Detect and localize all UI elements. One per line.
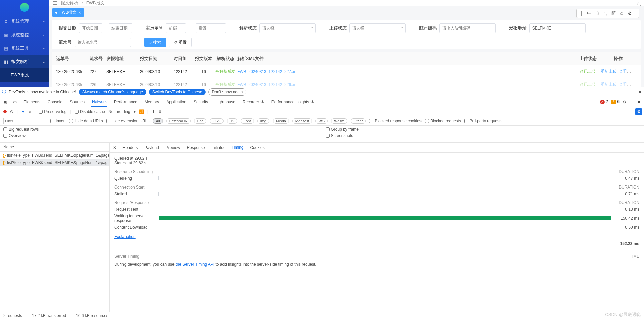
ime-lang-icon[interactable]: 中: [586, 10, 593, 16]
record-icon[interactable]: [3, 110, 7, 113]
banner-switch-button[interactable]: Switch DevTools to Chinese: [149, 89, 206, 95]
chip-all[interactable]: All: [153, 118, 163, 124]
overview-checkbox[interactable]: Overview: [3, 133, 319, 138]
xml-link[interactable]: FWB_20240313_122142_227.xml: [237, 69, 298, 74]
op-reupload[interactable]: 重新上传: [601, 69, 617, 74]
nav-system-tools[interactable]: ▤系统工具▾: [0, 42, 49, 55]
wifi-icon[interactable]: 📶: [139, 109, 144, 114]
settings-gear-icon[interactable]: ⚙: [635, 108, 642, 115]
more-icon[interactable]: ⋮: [630, 100, 634, 104]
chip-js[interactable]: JS: [227, 118, 237, 124]
hide-data-urls-checkbox[interactable]: Hide data URLs: [69, 119, 103, 123]
tab-memory[interactable]: Memory: [144, 98, 160, 106]
ime-cursor-icon[interactable]: |: [578, 11, 585, 16]
op-reupload[interactable]: 重新上传: [601, 82, 617, 87]
screenshots-checkbox[interactable]: Screenshots: [326, 133, 641, 138]
server-timing-api-link[interactable]: the Server Timing API: [176, 262, 214, 267]
tab-perf-insights[interactable]: Performance insights ⚗: [271, 98, 315, 106]
input-date-end[interactable]: [109, 23, 132, 33]
chip-css[interactable]: CSS: [210, 118, 224, 124]
chip-img[interactable]: Img: [257, 118, 269, 124]
ime-punct-icon[interactable]: °,: [602, 11, 609, 16]
op-view[interactable]: 查看: [619, 69, 627, 74]
input-date-start[interactable]: [79, 23, 102, 33]
close-icon[interactable]: ✕: [113, 145, 116, 150]
blocked-cookies-checkbox[interactable]: Blocked response cookies: [369, 119, 421, 123]
tab-performance[interactable]: Performance: [113, 98, 138, 106]
chip-other[interactable]: Other: [351, 118, 366, 124]
nav-message-parse[interactable]: ▮▮报文解析▴: [0, 55, 49, 68]
input-serial[interactable]: [75, 38, 131, 47]
search-icon[interactable]: ⌕: [29, 109, 31, 114]
request-row[interactable]: {}list?teleType=FWB&send=SELFMKE&pageNum…: [0, 152, 109, 159]
upload-icon[interactable]: ⬆: [152, 109, 155, 114]
tab-console[interactable]: Console: [47, 98, 63, 106]
tab-recorder[interactable]: Recorder ⚗: [242, 98, 265, 106]
op-view[interactable]: 查看: [619, 82, 627, 87]
chip-manifest[interactable]: Manifest: [292, 118, 312, 124]
hamburger-icon[interactable]: [53, 1, 57, 5]
preserve-log-checkbox[interactable]: Preserve log: [39, 109, 66, 114]
tab-application[interactable]: Application: [166, 98, 187, 106]
chip-font[interactable]: Font: [241, 118, 254, 124]
tab-security[interactable]: Security: [193, 98, 209, 106]
explanation-link[interactable]: Explanation: [114, 234, 136, 239]
tab-sources[interactable]: Sources: [69, 98, 85, 106]
close-icon[interactable]: ✕: [638, 89, 642, 95]
expand-icon[interactable]: ⤢: [636, 1, 640, 6]
warning-count[interactable]: ! 6: [611, 99, 620, 104]
breadcrumb-item[interactable]: 报文解析: [61, 0, 78, 6]
input-airline-code[interactable]: [439, 23, 496, 33]
ime-emoji-icon[interactable]: ☺: [618, 11, 625, 16]
dtab-cookies[interactable]: Cookies: [249, 143, 265, 152]
tab-network[interactable]: Network: [91, 97, 107, 107]
ime-toolbar[interactable]: | 中 ☽ °, 简 ☺ ⚙: [576, 9, 639, 18]
ime-simplified-icon[interactable]: 简: [610, 10, 617, 16]
group-frame-checkbox[interactable]: Group by frame: [326, 127, 641, 132]
invert-checkbox[interactable]: Invert: [50, 119, 66, 123]
chip-doc[interactable]: Doc: [194, 118, 207, 124]
ime-settings-icon[interactable]: ⚙: [626, 11, 633, 16]
chip-fetchxhr[interactable]: Fetch/XHR: [166, 118, 191, 124]
blocked-requests-checkbox[interactable]: Blocked requests: [425, 119, 461, 123]
select-parse-status[interactable]: [259, 23, 316, 33]
error-count[interactable]: ✕ 2: [600, 99, 608, 104]
ime-dropdown-icon[interactable]: ▾: [640, 3, 643, 7]
reqlist-header[interactable]: Name: [0, 143, 109, 152]
banner-match-button[interactable]: Always match Chrome's language: [79, 89, 146, 95]
xml-link[interactable]: FWB_20240313_122142_226.xml: [237, 82, 298, 87]
download-icon[interactable]: ⬇: [158, 109, 162, 114]
device-icon[interactable]: ▭: [13, 100, 17, 104]
tab-fwb[interactable]: FWB报文 ×: [52, 8, 84, 17]
request-row[interactable]: {}list?teleType=FWB&send=SELFMKE&pageNum…: [0, 159, 109, 166]
close-icon[interactable]: ×: [79, 10, 81, 15]
dtab-response[interactable]: Response: [186, 143, 205, 152]
dtab-headers[interactable]: Headers: [122, 143, 138, 152]
input-awb-prefix[interactable]: [166, 23, 186, 33]
tab-elements[interactable]: Elements: [23, 98, 41, 106]
reset-button[interactable]: ↻重置: [169, 38, 192, 47]
close-icon[interactable]: ✕: [637, 100, 641, 104]
throttling-select[interactable]: No throttling: [108, 109, 130, 114]
select-upload-status[interactable]: [349, 23, 406, 33]
ime-moon-icon[interactable]: ☽: [594, 11, 601, 16]
dtab-preview[interactable]: Preview: [165, 143, 181, 152]
chip-ws[interactable]: WS: [315, 118, 328, 124]
dtab-timing[interactable]: Timing: [231, 143, 244, 152]
dtab-initiator[interactable]: Initiator: [211, 143, 225, 152]
filter-input[interactable]: [3, 118, 47, 124]
nav-fwb[interactable]: FWB报文: [0, 68, 49, 82]
nav-system-manage[interactable]: ⚙系统管理▾: [0, 15, 49, 28]
clear-icon[interactable]: ⊘: [10, 109, 13, 114]
third-party-checkbox[interactable]: 3rd-party requests: [464, 119, 502, 123]
input-awb-suffix[interactable]: [196, 23, 226, 33]
banner-dismiss-button[interactable]: Don't show again: [208, 88, 247, 96]
search-button[interactable]: ⌕搜索: [144, 38, 166, 47]
big-rows-checkbox[interactable]: Big request rows: [3, 127, 319, 132]
nav-system-monitor[interactable]: ▣系统监控▾: [0, 28, 49, 42]
dtab-payload[interactable]: Payload: [144, 143, 159, 152]
disable-cache-checkbox[interactable]: Disable cache: [75, 109, 105, 114]
chip-wasm[interactable]: Wasm: [331, 118, 347, 124]
gear-icon[interactable]: ⚙: [623, 100, 627, 104]
input-send-addr[interactable]: [529, 23, 586, 33]
